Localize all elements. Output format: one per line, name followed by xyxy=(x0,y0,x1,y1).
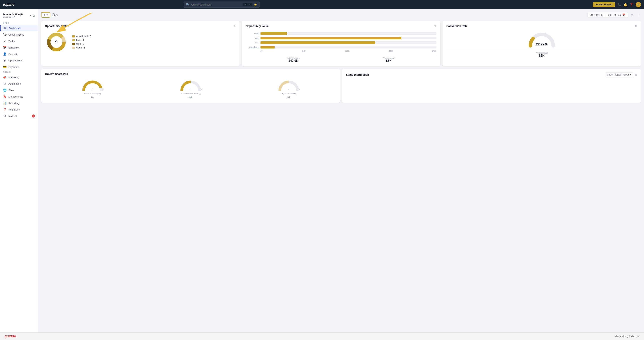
phone-icon[interactable]: 📞 xyxy=(617,3,621,6)
conversations-icon: 💬 xyxy=(3,33,6,36)
sidebar-item-memberships[interactable]: 🔖 Memberships xyxy=(0,93,38,100)
sidebar-item-scheduler[interactable]: 📅 Scheduler xyxy=(0,44,38,51)
sidebar-item-label: Scheduler xyxy=(8,46,20,49)
sidebar-item-marketing[interactable]: 📣 Marketing xyxy=(0,74,38,80)
scheduler-icon: 📅 xyxy=(3,46,6,49)
card-title: Growth Scorecard xyxy=(45,72,68,75)
cards-row-1: Opportunity Status ⇅ xyxy=(41,21,641,66)
bar-fill xyxy=(260,37,401,39)
nav-actions: topline Support 📞 🔔 ❓ U xyxy=(593,2,641,7)
collapse-sidebar-icon[interactable]: ⊟ xyxy=(32,14,35,17)
filter-icon[interactable]: ⇅ xyxy=(635,24,637,27)
card-header: Conversion Rate ⇅ xyxy=(446,24,637,27)
sidebar-item-payments[interactable]: 💳 Payments xyxy=(0,64,38,70)
total-revenue-label: Total revenue xyxy=(287,57,300,59)
won-revenue-label: Won revenue xyxy=(536,52,548,54)
sidebar-item-label: Mailfold xyxy=(8,115,17,118)
sidebar-item-dashboard[interactable]: ⊞ Dashboard xyxy=(0,25,38,31)
sidebar-item-label: Opportunities xyxy=(8,59,23,62)
sidebar-item-mailfold[interactable]: ✉ Mailfold 3 xyxy=(0,113,38,119)
search-input[interactable] xyxy=(191,3,241,6)
sidebar-item-tasks[interactable]: ✓ Tasks xyxy=(0,38,38,44)
edit-button[interactable]: ✏ xyxy=(630,12,634,17)
bar-track xyxy=(260,37,436,39)
chevron-down-icon[interactable]: ▾ xyxy=(30,14,31,17)
conversion-rate-card: Conversion Rate ⇅ 22.22% Won revenue xyxy=(442,21,641,66)
date-range-picker[interactable]: 2024-02-25 → 2024-03-26 📅 xyxy=(588,12,628,18)
sidebar-item-sites[interactable]: 🌐 Sites xyxy=(0,87,38,93)
filter-icon[interactable]: ⇅ xyxy=(635,73,637,76)
stage-dropdown[interactable]: Client Project Tracker ▾ xyxy=(605,72,633,77)
card-title: Conversion Rate xyxy=(446,24,468,27)
sidebar-item-label: Dashboard xyxy=(9,27,21,30)
gauge-footer: Won revenue $5K xyxy=(446,50,637,57)
sidebar-item-label: Memberships xyxy=(8,95,23,98)
legend-label: Abandoned - 3 xyxy=(76,35,91,38)
sidebar-item-label: Conversations xyxy=(8,33,24,36)
chart-footer: Total revenue $42.9K Won revenue $5K xyxy=(246,55,436,63)
sidebar-item-label: Reporting xyxy=(8,102,19,105)
sidebar-item-opportunities[interactable]: ◈ Opportunities xyxy=(0,57,38,64)
date-from: 2024-02-25 xyxy=(590,13,603,16)
card-title: Opportunity Status xyxy=(45,24,69,27)
search-bar[interactable]: 🔍 Ctrl + K ⚡ xyxy=(184,1,260,7)
more-options-button[interactable]: ⋮ xyxy=(636,12,641,17)
legend-label: Lost - 3 xyxy=(76,39,84,41)
arc-label: Brand & Messaging xyxy=(84,93,101,95)
filter-icon[interactable]: ⇅ xyxy=(234,24,236,27)
x-axis-labels: $0 $10K $20K $30K $40K xyxy=(246,50,436,52)
avatar[interactable]: U xyxy=(636,2,641,7)
sidebar-item-label: Marketing xyxy=(8,76,19,79)
bar-fill xyxy=(260,41,375,44)
filter-icon[interactable]: ⇅ xyxy=(434,24,436,27)
sidebar-item-label: Sites xyxy=(8,89,14,92)
workspace-info: Dunder Mifflin [D... Scranton, PA xyxy=(3,13,28,18)
support-button[interactable]: topline Support xyxy=(593,2,615,7)
legend-color xyxy=(72,43,75,45)
bar-label: Lost xyxy=(246,42,259,44)
sidebar-item-conversations[interactable]: 💬 Conversations xyxy=(0,31,38,38)
total-revenue-value: $42.9K xyxy=(287,59,300,63)
total-revenue: Total revenue $42.9K xyxy=(287,57,300,63)
opportunity-status-card: Opportunity Status ⇅ xyxy=(41,21,240,66)
won-revenue-value: $5K xyxy=(536,54,548,57)
sites-icon: 🌐 xyxy=(3,88,6,92)
reporting-icon: 📊 xyxy=(3,101,6,105)
date-arrow: → xyxy=(604,13,607,16)
card-header: Stage Distribution Client Project Tracke… xyxy=(346,72,637,77)
opportunity-value-card: Opportunity Value ⇅ Open xyxy=(242,21,440,66)
stage-distribution-card: Stage Distribution Client Project Tracke… xyxy=(342,69,641,103)
card-header: Opportunity Value ⇅ xyxy=(246,24,436,27)
main-layout: Dunder Mifflin [D... Scranton, PA ▾ ⊟ Ap… xyxy=(0,9,644,333)
sidebar-item-contacts[interactable]: 👤 Contacts xyxy=(0,51,38,57)
legend-item-open: Open - 1 xyxy=(72,46,91,49)
x-label: $30K xyxy=(388,50,393,52)
view-toggle-button[interactable]: ⊞ ▾ xyxy=(41,12,50,18)
donut-chart-container: 9 Abandoned - 3 Lost - 3 W xyxy=(45,31,236,53)
sidebar-item-reporting[interactable]: 📊 Reporting xyxy=(0,100,38,106)
card-header: Opportunity Status ⇅ xyxy=(45,24,236,27)
scorecard-item-brand: 0 10 Brand & Messaging 9.0 xyxy=(45,79,140,99)
bar-fill xyxy=(260,32,287,35)
mailfold-badge: 3 xyxy=(32,115,35,118)
page-header: ⊞ ▾ Da 2024-02-25 → 2024-03-26 📅 ✏ ⋮ xyxy=(41,12,641,18)
legend-color xyxy=(72,39,75,41)
workspace-location: Scranton, PA xyxy=(3,16,28,18)
sidebar-item-label: Automation xyxy=(8,82,21,85)
help-icon[interactable]: ❓ xyxy=(630,3,633,6)
sidebar-item-automation[interactable]: ⚙ Automation xyxy=(0,80,38,87)
won-revenue-label: Won revenue xyxy=(382,57,395,59)
dropdown-label: Client Project Tracker xyxy=(607,73,629,76)
growth-scorecard-card: Growth Scorecard 0 10 Brand & Messaging … xyxy=(41,69,340,103)
sidebar-item-helpdesk[interactable]: ❓ Help Desk xyxy=(0,106,38,113)
bar-track xyxy=(260,32,436,35)
bell-icon[interactable]: 🔔 xyxy=(624,3,627,6)
dashboard-icon: ⊞ xyxy=(4,26,7,30)
bar-label: Abandoned xyxy=(246,46,259,48)
arc-svg: 0 10 xyxy=(277,79,300,92)
opportunities-icon: ◈ xyxy=(3,59,6,62)
svg-text:10: 10 xyxy=(102,89,104,91)
legend-item-won: Won - 2 xyxy=(72,43,91,45)
workspace-header: Dunder Mifflin [D... Scranton, PA ▾ ⊟ xyxy=(0,11,38,19)
stage-chart-area xyxy=(346,80,637,99)
